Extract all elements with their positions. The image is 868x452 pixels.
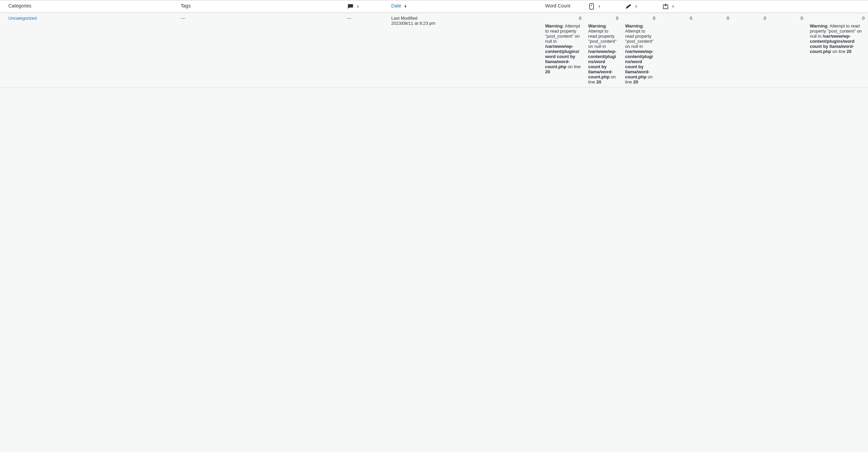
sort-icon: ▲▼ xyxy=(598,5,601,8)
cell-date: Last Modified 2023/08/11 at 8:23 pm xyxy=(388,13,542,88)
header-extra-1 xyxy=(695,0,733,13)
header-indicator xyxy=(0,0,5,13)
header-word-count[interactable]: Word Count xyxy=(542,0,585,13)
cell-col11: 0 xyxy=(733,13,770,88)
php-warning: Warning: Attempt to read property "post_… xyxy=(588,23,618,84)
sort-icon: ▲▼ xyxy=(356,5,359,8)
header-extra-3 xyxy=(770,0,807,13)
col11-value: 0 xyxy=(764,16,766,21)
table-header-row: Categories Tags ▲▼ Date ▲▼ Word Cou xyxy=(0,0,868,13)
header-word-count-label: Word Count xyxy=(545,3,570,8)
header-date-link[interactable]: Date xyxy=(391,3,401,8)
sort-icon: ▲▼ xyxy=(404,4,407,8)
header-scroll[interactable]: ▲▼ xyxy=(585,0,622,13)
php-warning: Warning: Attempt to read property "post_… xyxy=(810,23,865,54)
cell-col7: 0 Warning: Attempt to read property "pos… xyxy=(585,13,622,88)
inbox-icon xyxy=(662,3,670,9)
col10-value: 0 xyxy=(727,16,729,21)
tags-dash: — xyxy=(181,16,185,21)
comments-dash: — xyxy=(347,16,351,21)
php-warning: Warning: Attempt to read property "post_… xyxy=(625,23,655,84)
cell-word-count: 0 Warning: Attempt to read property "pos… xyxy=(542,13,585,88)
header-extra-2 xyxy=(733,0,770,13)
col13-value: 0 xyxy=(862,16,865,21)
sort-icon: ▲▼ xyxy=(672,5,675,8)
header-tags[interactable]: Tags xyxy=(177,0,343,13)
cell-col12: 0 xyxy=(770,13,807,88)
header-date[interactable]: Date ▲▼ xyxy=(388,0,542,13)
header-inbox[interactable]: ▲▼ xyxy=(659,0,696,13)
sort-icon: ▲▼ xyxy=(635,5,638,8)
col7-value: 0 xyxy=(616,16,618,21)
cell-col8: 0 Warning: Attempt to read property "pos… xyxy=(622,13,659,88)
category-link[interactable]: Uncategorized xyxy=(8,16,37,21)
cell-categories: Uncategorized xyxy=(5,13,178,88)
header-categories-label: Categories xyxy=(8,3,32,8)
header-categories[interactable]: Categories xyxy=(5,0,178,13)
svg-rect-0 xyxy=(590,4,594,10)
word-count-value: 0 xyxy=(579,16,581,21)
comment-icon xyxy=(347,3,355,9)
row-indicator xyxy=(0,13,5,88)
posts-table: Categories Tags ▲▼ Date ▲▼ Word Cou xyxy=(0,0,868,88)
svg-rect-1 xyxy=(591,5,592,6)
scroll-icon xyxy=(588,3,596,9)
cell-col9: 0 xyxy=(659,13,696,88)
header-extra-4 xyxy=(807,0,868,13)
cell-col10: 0 xyxy=(695,13,733,88)
pen-icon xyxy=(625,3,633,9)
cell-col13: 0 Warning: Attempt to read property "pos… xyxy=(807,13,868,88)
header-comments[interactable]: ▲▼ xyxy=(344,0,388,13)
col8-value: 0 xyxy=(653,16,655,21)
table-row: Uncategorized — — Last Modified 2023/08/… xyxy=(0,13,868,88)
cell-comments: — xyxy=(344,13,388,88)
header-tags-label: Tags xyxy=(181,3,191,8)
date-value: 2023/08/11 at 8:23 pm xyxy=(391,21,538,26)
date-label: Last Modified xyxy=(391,16,538,21)
header-pen[interactable]: ▲▼ xyxy=(622,0,659,13)
cell-tags: — xyxy=(177,13,343,88)
col12-value: 0 xyxy=(800,16,803,21)
col9-value: 0 xyxy=(690,16,692,21)
php-warning: Warning: Attempt to read property "post_… xyxy=(545,23,581,74)
